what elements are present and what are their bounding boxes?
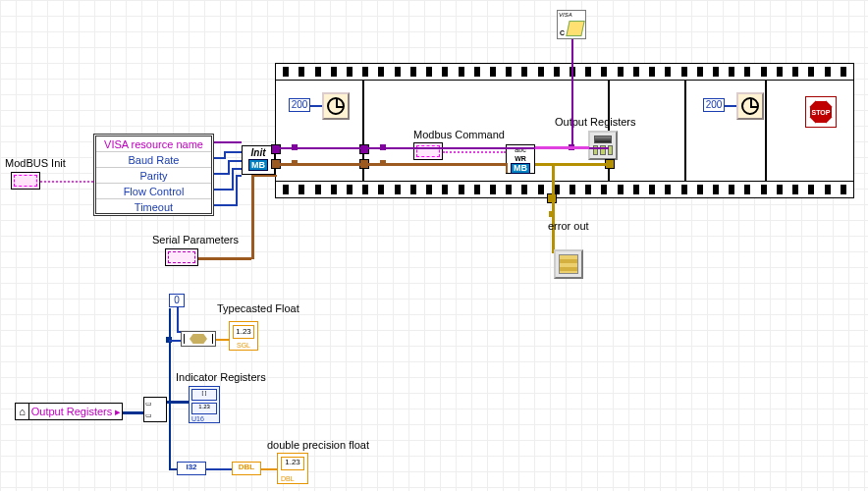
seq-frame-3 [609, 81, 685, 181]
wire-flow-v [232, 168, 234, 191]
wire-serial-v [251, 175, 254, 259]
indicator-registers-label: Indicator Registers [176, 371, 266, 383]
modbus-init-label: ModBUS Init [5, 157, 66, 169]
serial-parameters-label: Serial Parameters [152, 234, 239, 246]
node-err-split [549, 211, 555, 217]
ir-arr-icon: [ ] [191, 389, 217, 401]
modbus-command-control[interactable] [413, 142, 443, 160]
wire-idx-up [169, 308, 171, 401]
to-i32-node[interactable]: I32 [177, 462, 206, 475]
wire-serial-into-init [251, 175, 277, 177]
cluster-timeout: Timeout [96, 199, 211, 215]
typecast-node[interactable] [181, 331, 216, 347]
wire-flow-h [232, 168, 242, 170]
house-icon: ⌂ [16, 404, 29, 419]
cluster-visa-name: VISA resource name [96, 136, 211, 152]
wire-tc-to-tf [216, 339, 229, 341]
wire-200-1 [310, 105, 322, 107]
dpf-type: DBL [281, 475, 295, 482]
output-registers-indicator[interactable] [588, 131, 618, 160]
tf-value: 1.23 [233, 325, 254, 339]
visa-resource-control[interactable]: C [557, 10, 586, 39]
flat-sequence[interactable] [275, 63, 854, 198]
wire-200-2 [725, 105, 736, 107]
stop-vi[interactable]: STOP [805, 96, 837, 128]
mbvi-wr: WR [507, 154, 534, 163]
const-200-frame1[interactable]: 200 [289, 98, 310, 112]
node-visa-f1 [292, 144, 298, 150]
tf-type: SGL [233, 342, 254, 349]
wire-parity-v [228, 160, 230, 175]
modbus-init-terminal[interactable] [11, 172, 40, 190]
visa-c-label: C [560, 29, 565, 36]
modbus-command-label: Modbus Command [413, 129, 505, 140]
wire-timeout [214, 204, 236, 206]
wire-timeout-v [236, 175, 238, 206]
error-out-label: error out [548, 220, 589, 232]
film-bot [275, 181, 854, 198]
local-var-arrow-icon: ▸ [114, 406, 122, 418]
wire-visares-down [571, 39, 573, 147]
mbvi-mb: MB [511, 163, 530, 174]
local-var-text: Output Registers [29, 406, 114, 417]
typecasted-float-label: Typecasted Float [217, 302, 299, 314]
typecasted-float-indicator[interactable]: 1.23 SGL [229, 321, 258, 351]
cluster-parity: Parity [96, 168, 211, 184]
wire-down-to-i32 [169, 401, 171, 469]
unbundle-cluster[interactable]: VISA resource name Baud Rate Parity Flow… [93, 134, 214, 216]
cluster-baud-rate: Baud Rate [96, 152, 211, 168]
wire-to-i32 [169, 468, 177, 470]
wire-dbl-to-ind [261, 468, 277, 470]
wire-cmd-to-mbvi [443, 151, 506, 153]
wire-error-to-f3 [535, 163, 609, 166]
const-200-frame4[interactable]: 200 [703, 98, 725, 112]
tunnel-visa-12 [359, 144, 369, 154]
ir-val-icon: 1.23 [191, 403, 217, 414]
wire-i32-to-dbl [206, 468, 232, 470]
wire-modbus-cluster [40, 181, 93, 183]
cluster-flow-control: Flow Control [96, 184, 211, 199]
output-registers-label: Output Registers [555, 116, 636, 128]
wire-err-into-mbvi [506, 163, 508, 173]
wire-baud-h2 [224, 151, 242, 153]
node-err-f1 [292, 160, 298, 166]
const-zero[interactable]: 0 [169, 294, 185, 307]
error-out-indicator[interactable] [554, 249, 583, 279]
to-dbl-node[interactable]: DBL [232, 462, 261, 475]
init-mb-subvi[interactable]: Init MB [242, 145, 275, 175]
indicator-registers-indicator[interactable]: [ ] 1.23 U16 [189, 386, 220, 423]
wire-err-down [552, 163, 555, 253]
visa-plug-icon [566, 21, 584, 36]
serial-parameters-control[interactable] [165, 248, 198, 266]
wire-baud [214, 157, 224, 159]
wire-timeout-h [236, 175, 242, 177]
dpf-val: 1.23 [281, 457, 304, 470]
wire-error-across1 [275, 163, 506, 166]
wire-local-to-idx [123, 411, 143, 414]
node-visa-f2 [380, 144, 386, 150]
init-mb-tag: MB [248, 159, 268, 171]
wire-serial-h [198, 257, 251, 260]
init-label: Init [243, 147, 274, 158]
stop-icon: STOP [809, 100, 833, 124]
index-array-node[interactable]: ▭▭ [143, 397, 167, 422]
tunnel-visa-in [271, 144, 281, 154]
wire-parity-h [228, 160, 242, 162]
film-top [275, 63, 854, 81]
wire-visa-to-init [214, 141, 242, 143]
wire-zero-down [177, 307, 179, 331]
ir-type: U16 [191, 415, 204, 422]
output-registers-local[interactable]: ⌂ Output Registers ▸ [15, 403, 123, 420]
wait-ms-2[interactable] [736, 92, 764, 120]
node-err-f2 [380, 160, 386, 166]
wire-parity [214, 173, 228, 175]
wait-ms-1[interactable] [322, 92, 350, 120]
double-precision-float-indicator[interactable]: 1.23 DBL [277, 453, 308, 484]
wire-into-typecast [169, 340, 181, 342]
wire-flow [214, 189, 232, 191]
double-precision-float-label: double precision float [267, 439, 369, 451]
wire-output-reg [535, 146, 589, 149]
